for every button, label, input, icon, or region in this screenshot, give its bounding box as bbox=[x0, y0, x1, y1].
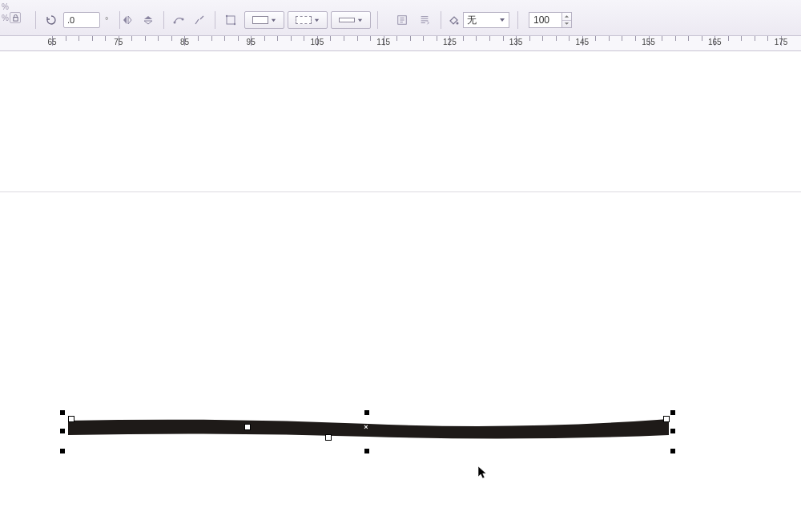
selection-handle[interactable] bbox=[60, 449, 65, 453]
ruler-minor-tick bbox=[224, 36, 225, 41]
ruler-minor-tick bbox=[370, 36, 371, 41]
selection-handle[interactable] bbox=[60, 410, 65, 415]
vertex-node[interactable] bbox=[325, 434, 332, 441]
ruler-minor-tick bbox=[662, 36, 662, 41]
ruler-label: 145 bbox=[575, 38, 589, 46]
wrap-style-3-button[interactable] bbox=[331, 11, 371, 29]
selection-handle[interactable] bbox=[364, 449, 369, 453]
selection-handle[interactable] bbox=[670, 410, 675, 415]
ruler-minor-tick bbox=[264, 36, 265, 41]
ruler-minor-tick bbox=[78, 36, 79, 41]
ruler-minor-tick bbox=[688, 36, 689, 41]
rotation-input[interactable]: .0 bbox=[63, 12, 100, 28]
opacity-group: 100 bbox=[529, 11, 572, 29]
separator bbox=[35, 11, 36, 29]
chevron-down-icon bbox=[499, 17, 505, 23]
selection-handle[interactable] bbox=[364, 410, 369, 415]
spinner-up-icon[interactable] bbox=[562, 13, 571, 21]
ruler-label: 75 bbox=[114, 38, 123, 46]
opacity-input[interactable]: 100 bbox=[529, 12, 562, 28]
mirror-vertical-button[interactable] bbox=[139, 11, 157, 29]
ruler-minor-tick bbox=[410, 36, 411, 41]
svg-point-5 bbox=[234, 23, 235, 25]
ruler-minor-tick bbox=[437, 36, 437, 41]
separator bbox=[163, 11, 164, 29]
vertex-node[interactable] bbox=[68, 416, 74, 422]
wrap-style-2-button[interactable] bbox=[288, 11, 328, 29]
ruler-minor-tick bbox=[675, 36, 676, 41]
vertex-node[interactable] bbox=[663, 416, 670, 422]
page-boundary bbox=[0, 191, 801, 192]
svg-point-1 bbox=[174, 22, 176, 24]
ruler-minor-tick bbox=[357, 36, 358, 41]
center-marker: × bbox=[364, 423, 368, 431]
vertex-node[interactable] bbox=[244, 424, 251, 430]
ruler-minor-tick bbox=[396, 36, 397, 41]
selection-handle[interactable] bbox=[60, 429, 65, 433]
separator bbox=[377, 11, 378, 29]
ruler-label: 165 bbox=[708, 38, 722, 46]
ruler-minor-tick bbox=[198, 36, 199, 41]
canvas[interactable]: × bbox=[0, 51, 801, 532]
fill-select[interactable]: 无 bbox=[463, 12, 509, 28]
svg-point-4 bbox=[226, 15, 227, 17]
ruler-label: 125 bbox=[443, 38, 457, 46]
ruler-label: 85 bbox=[180, 38, 189, 46]
ruler-minor-tick bbox=[304, 36, 304, 41]
ruler-label: 115 bbox=[376, 38, 390, 46]
wrap-text-button[interactable] bbox=[392, 11, 412, 29]
ruler-minor-tick bbox=[741, 36, 742, 41]
ruler-minor-tick bbox=[463, 36, 464, 41]
ruler-minor-tick bbox=[767, 36, 768, 41]
lock-aspect-button[interactable] bbox=[10, 12, 21, 23]
ruler-minor-tick bbox=[238, 36, 239, 41]
node-edit-group bbox=[170, 11, 250, 29]
ruler-minor-tick bbox=[702, 36, 702, 41]
text-flow-button[interactable] bbox=[415, 11, 434, 29]
ruler-minor-tick bbox=[542, 36, 543, 41]
mouse-cursor-icon bbox=[477, 466, 489, 480]
ruler-minor-tick bbox=[158, 36, 159, 41]
ruler-minor-tick bbox=[476, 36, 477, 41]
ruler-label: 175 bbox=[775, 38, 788, 46]
ruler-label: 155 bbox=[642, 38, 655, 46]
rotate-icon[interactable] bbox=[42, 11, 60, 29]
wrap-group bbox=[244, 11, 381, 29]
selection-handle[interactable] bbox=[670, 449, 675, 453]
ruler-minor-tick bbox=[330, 36, 331, 41]
ruler-minor-tick bbox=[291, 36, 292, 41]
mirror-horizontal-button[interactable] bbox=[119, 11, 136, 29]
ruler-minor-tick bbox=[92, 36, 93, 41]
ruler-minor-tick bbox=[635, 36, 636, 41]
ruler-label: 105 bbox=[311, 38, 324, 46]
break-node-button[interactable] bbox=[191, 11, 208, 29]
convert-curve-button[interactable] bbox=[222, 11, 239, 29]
ruler-label: 65 bbox=[47, 38, 56, 46]
edit-nodes-button[interactable] bbox=[170, 11, 187, 29]
ruler-minor-tick bbox=[211, 36, 212, 41]
ruler-minor-tick bbox=[105, 36, 106, 41]
ruler-minor-tick bbox=[529, 36, 530, 41]
fill-group: 无 bbox=[447, 11, 521, 29]
ruler-minor-tick bbox=[503, 36, 504, 41]
wrap-style-1-button[interactable] bbox=[244, 11, 284, 29]
secondary-toolbar: % % .0 ° bbox=[0, 0, 801, 36]
ruler-label: 95 bbox=[247, 38, 256, 46]
ruler-minor-tick bbox=[755, 36, 755, 41]
spinner-down-icon[interactable] bbox=[562, 21, 571, 28]
ruler-minor-tick bbox=[277, 36, 278, 41]
ruler-minor-tick bbox=[423, 36, 424, 41]
ruler-minor-tick bbox=[622, 36, 622, 41]
selected-curve-shape[interactable] bbox=[68, 417, 669, 448]
separator bbox=[441, 11, 441, 29]
ruler-minor-tick bbox=[344, 36, 344, 41]
text-flow-group bbox=[392, 11, 445, 29]
opacity-spinner[interactable] bbox=[562, 12, 572, 28]
ruler-minor-tick bbox=[609, 36, 610, 41]
selection-handle[interactable] bbox=[670, 429, 675, 433]
svg-rect-3 bbox=[227, 16, 235, 24]
ruler-minor-tick bbox=[728, 36, 729, 41]
horizontal-ruler[interactable]: 65758595105115125135145155165175 bbox=[0, 36, 801, 51]
separator bbox=[215, 11, 215, 29]
scale-percent-label: % % bbox=[2, 2, 9, 24]
